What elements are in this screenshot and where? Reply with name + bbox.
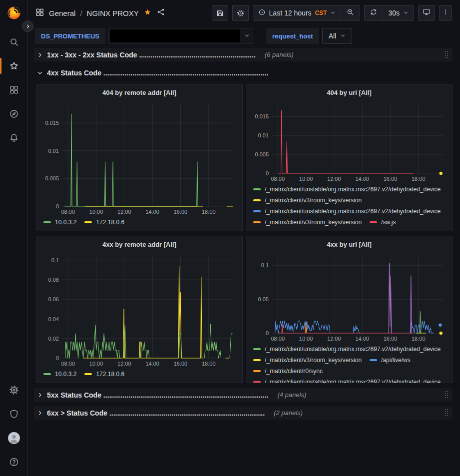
svg-text:18:00: 18:00 [202, 361, 216, 367]
sidebar-item-alerting[interactable] [0, 130, 27, 146]
more-options-button[interactable] [439, 5, 452, 21]
zoom-out-button[interactable] [341, 5, 360, 20]
panel-title[interactable]: 4xx by remote addr [All] [41, 238, 237, 251]
grafana-logo[interactable] [6, 5, 22, 21]
svg-text:0.005: 0.005 [45, 175, 59, 181]
legend-item[interactable]: 10.0.3.2 [43, 370, 76, 378]
row-title: 1xx - 3xx - 2xx Status Code ............… [47, 51, 256, 59]
kebab-menu-icon [442, 8, 449, 18]
legend-item[interactable]: /_matrix/client/unstable/org.matrix.msc2… [253, 185, 441, 193]
legend-label: 172.18.0.6 [96, 370, 124, 378]
sidebar-item-search[interactable] [0, 34, 27, 50]
dashboard-title[interactable]: NGINX PROXY [87, 9, 139, 17]
row-drag-handle[interactable] [445, 409, 449, 417]
series-color-swatch [370, 359, 377, 361]
chevron-down-icon [37, 70, 43, 76]
row-header-6xx[interactable]: 6xx > Status Code ......................… [34, 406, 453, 420]
svg-text:0.05: 0.05 [258, 296, 269, 302]
svg-text:0.005: 0.005 [255, 151, 269, 157]
expand-sidebar-button[interactable] [22, 20, 33, 32]
series-color-swatch [43, 373, 51, 375]
legend-item[interactable]: 172.18.0.6 [84, 218, 124, 226]
timezone-label: CST [315, 9, 327, 16]
svg-text:14:00: 14:00 [145, 209, 159, 215]
dashboard-settings-button[interactable] [232, 5, 249, 21]
ds-prometheus-select[interactable] [108, 28, 253, 44]
svg-text:14:00: 14:00 [355, 336, 369, 342]
panel-grid: 404 by remote addr [All] 00.0050.010.015… [36, 84, 453, 383]
svg-text:10:00: 10:00 [89, 361, 103, 367]
row-drag-handle[interactable] [445, 391, 449, 399]
time-series-chart[interactable]: 00.020.040.060.080.108:0010:0012:0014:00… [41, 251, 237, 368]
legend-item[interactable]: 172.18.0.6 [84, 370, 124, 378]
time-series-chart[interactable]: 00.050.108:0010:0012:0014:0016:0018:00 [251, 251, 447, 343]
svg-text:18:00: 18:00 [202, 209, 216, 215]
panel-title[interactable]: 404 by remote addr [All] [41, 86, 237, 99]
svg-text:16:00: 16:00 [384, 336, 398, 342]
variables-bar: DS_PROMETHEUS request_host All [28, 26, 460, 46]
save-dashboard-button[interactable] [212, 5, 228, 21]
svg-text:0.02: 0.02 [48, 336, 59, 342]
time-range-label: Last 12 hours [269, 9, 312, 17]
share-icon[interactable] [156, 7, 165, 18]
legend-item[interactable]: /_matrix/client/v3/room_keys/version [253, 218, 362, 226]
legend-item[interactable]: /_matrix/client/r0/sync [253, 367, 323, 375]
legend-label: /_matrix/client/v3/room_keys/version [265, 218, 362, 226]
series-color-swatch [84, 221, 92, 223]
user-avatar[interactable] [0, 430, 27, 446]
sidebar-item-dashboards[interactable] [0, 82, 27, 98]
bell-icon [8, 132, 19, 143]
sidebar-item-explore[interactable] [0, 106, 27, 122]
dashboard-header: General / NGINX PROXY Las [28, 0, 460, 26]
sidebar-item-server-admin[interactable] [0, 406, 27, 422]
time-series-chart[interactable]: 00.0050.010.01508:0010:0012:0014:0016:00… [41, 99, 237, 216]
legend-label: /_matrix/client/v3/room_keys/version [265, 356, 362, 364]
svg-text:16:00: 16:00 [174, 361, 188, 367]
grafana-dashboard: General / NGINX PROXY Las [0, 0, 460, 476]
breadcrumb-section[interactable]: General [49, 9, 75, 17]
svg-text:12:00: 12:00 [327, 176, 341, 182]
apps-grid-icon[interactable] [35, 7, 44, 19]
svg-text:08:00: 08:00 [271, 176, 285, 182]
svg-text:18:00: 18:00 [412, 336, 426, 342]
request-host-select[interactable]: All [322, 28, 353, 44]
legend-item[interactable]: /sw.js [370, 218, 396, 226]
sidebar-item-starred[interactable] [0, 58, 27, 74]
row-header-4xx[interactable]: 4xx Status Code ........................… [34, 66, 453, 79]
breadcrumb-separator: / [80, 9, 82, 17]
legend-item[interactable]: 10.0.3.2 [43, 218, 76, 226]
legend-label: 10.0.3.2 [55, 370, 76, 378]
time-series-chart[interactable]: 00.0050.010.01508:0010:0012:0014:0016:00… [251, 99, 447, 183]
row-header-1xx-3xx-2xx[interactable]: 1xx - 3xx - 2xx Status Code ............… [34, 48, 453, 61]
panel-title[interactable]: 4xx by uri [All] [251, 238, 447, 251]
legend-item[interactable]: /_matrix/client/unstable/org.matrix.msc2… [253, 345, 441, 353]
sidebar-item-help[interactable] [0, 454, 27, 470]
sidebar [0, 0, 28, 476]
panel-404-by-remote-addr: 404 by remote addr [All] 00.0050.010.015… [36, 84, 243, 231]
legend-item[interactable]: /_matrix/client/unstable/org.matrix.msc2… [253, 378, 441, 383]
refresh-interval-label: 30s [388, 9, 400, 17]
legend-item[interactable]: /_matrix/client/v3/room_keys/version [253, 356, 362, 364]
refresh-button[interactable] [365, 5, 383, 20]
panel-legend: 10.0.3.2172.18.0.6 [41, 368, 237, 378]
legend-label: 172.18.0.6 [96, 218, 124, 226]
legend-item[interactable]: /_matrix/client/unstable/org.matrix.msc2… [253, 207, 441, 215]
refresh-interval-picker[interactable]: 30s [383, 5, 414, 20]
shield-icon [8, 409, 19, 420]
row-panel-count: (6 panels) [265, 51, 294, 58]
time-range-picker[interactable]: Last 12 hours CST [253, 5, 341, 20]
legend-label: /_matrix/client/unstable/org.matrix.msc2… [265, 345, 441, 353]
svg-text:0.015: 0.015 [255, 113, 269, 119]
tv-mode-button[interactable] [418, 5, 435, 21]
row-drag-handle[interactable] [445, 50, 449, 58]
row-header-5xx[interactable]: 5xx Status Code ........................… [34, 388, 453, 402]
svg-text:08:00: 08:00 [271, 336, 285, 342]
sidebar-item-configuration[interactable] [0, 382, 27, 398]
svg-text:18:00: 18:00 [412, 176, 426, 182]
svg-text:10:00: 10:00 [299, 336, 313, 342]
panel-4xx-by-uri: 4xx by uri [All] 00.050.108:0010:0012:00… [246, 236, 453, 383]
favorite-star-icon[interactable] [143, 8, 152, 18]
legend-item[interactable]: /api/live/ws [370, 356, 411, 364]
panel-title[interactable]: 404 by uri [All] [251, 86, 447, 99]
legend-item[interactable]: /_matrix/client/v3/room_keys/version [253, 196, 362, 204]
